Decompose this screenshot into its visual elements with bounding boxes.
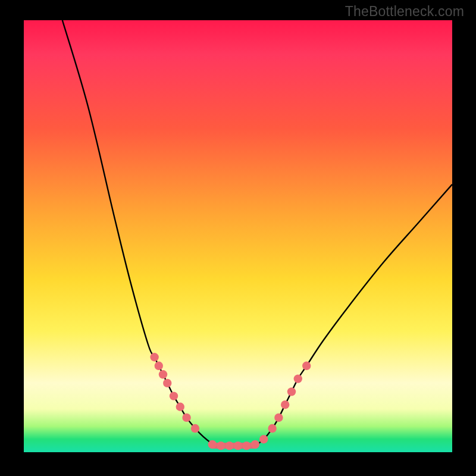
data-marker bbox=[242, 441, 250, 450]
data-marker bbox=[159, 370, 167, 378]
data-marker bbox=[234, 441, 242, 450]
plot-area bbox=[24, 20, 452, 452]
curve-left bbox=[62, 20, 221, 446]
data-marker bbox=[225, 441, 233, 450]
data-marker bbox=[182, 414, 190, 422]
chart-svg bbox=[24, 20, 452, 452]
data-marker bbox=[274, 414, 283, 422]
data-marker bbox=[208, 440, 217, 449]
data-marker bbox=[281, 400, 289, 409]
data-marker bbox=[150, 353, 158, 361]
data-marker bbox=[191, 424, 199, 433]
data-marker bbox=[155, 362, 163, 370]
data-marker bbox=[251, 440, 259, 449]
data-markers bbox=[150, 353, 311, 450]
watermark-text: TheBottleneck.com bbox=[345, 4, 464, 20]
data-marker bbox=[259, 435, 268, 443]
data-marker bbox=[170, 392, 178, 400]
data-marker bbox=[217, 441, 225, 450]
data-marker bbox=[302, 362, 311, 370]
data-marker bbox=[176, 403, 184, 411]
chart-frame: TheBottleneck.com bbox=[0, 0, 476, 476]
left-curve-path bbox=[62, 20, 221, 446]
data-marker bbox=[294, 374, 302, 383]
data-marker bbox=[268, 424, 276, 433]
data-marker bbox=[163, 379, 171, 387]
data-marker bbox=[287, 387, 296, 396]
